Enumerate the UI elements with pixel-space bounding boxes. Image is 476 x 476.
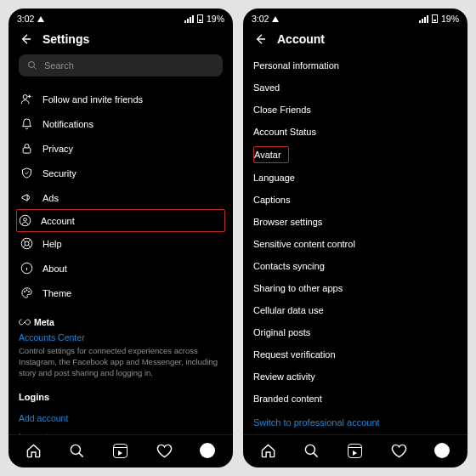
logins-heading: Logins bbox=[19, 392, 223, 402]
bottom-nav bbox=[8, 434, 233, 468]
svg-point-3 bbox=[20, 215, 31, 226]
header: Account bbox=[243, 26, 468, 54]
svg-point-1 bbox=[23, 95, 27, 99]
content: Personal information Saved Close Friends… bbox=[243, 54, 468, 434]
header: Settings bbox=[8, 26, 233, 54]
status-time: 3:02 bbox=[252, 14, 269, 24]
home-icon[interactable] bbox=[26, 442, 42, 459]
row-branded-content[interactable]: Branded content bbox=[253, 388, 457, 410]
home-icon[interactable] bbox=[260, 442, 277, 459]
menu-label: Help bbox=[42, 239, 62, 249]
svg-point-6 bbox=[25, 241, 29, 246]
status-bar: 3:02 19% bbox=[243, 8, 468, 26]
svg-point-0 bbox=[29, 62, 35, 68]
svg-point-8 bbox=[24, 292, 25, 292]
info-icon bbox=[20, 262, 33, 275]
row-request-verification[interactable]: Request verification bbox=[253, 343, 457, 366]
palette-icon bbox=[20, 286, 33, 299]
menu-follow-invite[interactable]: Follow and invite friends bbox=[19, 87, 223, 111]
heart-icon[interactable] bbox=[156, 442, 173, 459]
log-out-link[interactable]: Log out bbox=[19, 428, 223, 434]
menu-privacy[interactable]: Privacy bbox=[19, 136, 223, 161]
svg-point-10 bbox=[28, 292, 29, 292]
row-cellular-data[interactable]: Cellular data use bbox=[253, 299, 457, 321]
signal-icon bbox=[419, 15, 428, 23]
menu-notifications[interactable]: Notifications bbox=[19, 111, 223, 136]
svg-rect-2 bbox=[23, 148, 31, 153]
menu-label: About bbox=[42, 264, 67, 274]
accounts-center-link[interactable]: Accounts Center bbox=[19, 332, 223, 343]
row-account-status[interactable]: Account Status bbox=[253, 121, 457, 143]
profile-icon[interactable] bbox=[199, 442, 216, 459]
meta-brand: Meta bbox=[19, 317, 223, 327]
search-nav-icon[interactable] bbox=[303, 442, 320, 459]
search-nav-icon[interactable] bbox=[69, 442, 86, 459]
menu-about[interactable]: About bbox=[19, 256, 223, 280]
user-circle-icon bbox=[19, 214, 31, 227]
settings-menu: Follow and invite friends Notifications … bbox=[19, 87, 223, 305]
back-icon[interactable] bbox=[19, 32, 32, 46]
row-avatar[interactable]: Avatar bbox=[253, 143, 457, 167]
row-personal-information[interactable]: Personal information bbox=[253, 54, 457, 76]
reels-icon[interactable] bbox=[112, 442, 129, 459]
warning-icon bbox=[37, 16, 44, 22]
bottom-nav bbox=[243, 434, 468, 468]
menu-label: Privacy bbox=[42, 144, 73, 154]
status-battery: 19% bbox=[207, 14, 224, 24]
switch-professional-link[interactable]: Switch to professional account bbox=[253, 410, 457, 433]
reels-icon[interactable] bbox=[347, 442, 364, 459]
menu-account[interactable]: Account bbox=[16, 209, 225, 232]
page-title: Account bbox=[277, 32, 325, 46]
menu-label: Follow and invite friends bbox=[42, 94, 143, 105]
row-contacts-syncing[interactable]: Contacts syncing bbox=[253, 255, 457, 277]
row-language[interactable]: Language bbox=[253, 167, 457, 189]
row-close-friends[interactable]: Close Friends bbox=[253, 99, 457, 121]
row-review-activity[interactable]: Review activity bbox=[253, 366, 457, 388]
menu-security[interactable]: Security bbox=[19, 161, 223, 185]
phone-account: 3:02 19% Account Personal information Sa… bbox=[243, 8, 468, 468]
battery-icon bbox=[197, 14, 203, 23]
meta-icon bbox=[19, 319, 31, 326]
account-menu: Personal information Saved Close Friends… bbox=[253, 54, 457, 433]
profile-icon[interactable] bbox=[434, 442, 450, 459]
battery-icon bbox=[432, 14, 438, 23]
heart-icon[interactable] bbox=[390, 442, 407, 459]
row-sharing-apps[interactable]: Sharing to other apps bbox=[253, 277, 457, 299]
menu-label: Theme bbox=[42, 288, 71, 298]
meta-section: Meta Accounts Center Control settings fo… bbox=[19, 317, 223, 378]
menu-label: Account bbox=[41, 216, 75, 226]
person-plus-icon bbox=[20, 93, 33, 105]
meta-description: Control settings for connected experienc… bbox=[19, 346, 223, 378]
svg-point-4 bbox=[24, 218, 27, 221]
menu-label: Security bbox=[42, 168, 76, 178]
bell-icon bbox=[20, 117, 33, 130]
warning-icon bbox=[272, 16, 279, 22]
search-input[interactable]: Search bbox=[19, 54, 223, 76]
menu-ads[interactable]: Ads bbox=[19, 185, 223, 210]
search-icon bbox=[27, 60, 37, 71]
row-sensitive-content[interactable]: Sensitive content control bbox=[253, 233, 457, 255]
signal-icon bbox=[184, 15, 194, 23]
add-account-link[interactable]: Add account bbox=[19, 409, 223, 428]
menu-theme[interactable]: Theme bbox=[19, 280, 223, 305]
content: Search Follow and invite friends Notific… bbox=[8, 54, 233, 434]
lifebuoy-icon bbox=[20, 237, 33, 250]
status-bar: 3:02 19% bbox=[8, 8, 233, 26]
back-icon[interactable] bbox=[253, 32, 267, 46]
highlight-avatar: Avatar bbox=[253, 146, 289, 163]
row-original-posts[interactable]: Original posts bbox=[253, 321, 457, 343]
menu-help[interactable]: Help bbox=[19, 231, 223, 256]
page-title: Settings bbox=[42, 32, 89, 46]
status-battery: 19% bbox=[441, 14, 459, 24]
row-saved[interactable]: Saved bbox=[253, 76, 457, 99]
lock-icon bbox=[20, 142, 33, 155]
menu-label: Ads bbox=[42, 193, 59, 203]
row-browser-settings[interactable]: Browser settings bbox=[253, 211, 457, 233]
row-captions[interactable]: Captions bbox=[253, 189, 457, 211]
status-time: 3:02 bbox=[17, 14, 34, 24]
login-links: Add account Log out bbox=[19, 409, 223, 434]
svg-point-9 bbox=[26, 290, 27, 291]
menu-label: Notifications bbox=[42, 119, 94, 129]
svg-point-12 bbox=[306, 445, 315, 454]
phone-settings: 3:02 19% Settings Search Follow and invi… bbox=[8, 8, 233, 468]
